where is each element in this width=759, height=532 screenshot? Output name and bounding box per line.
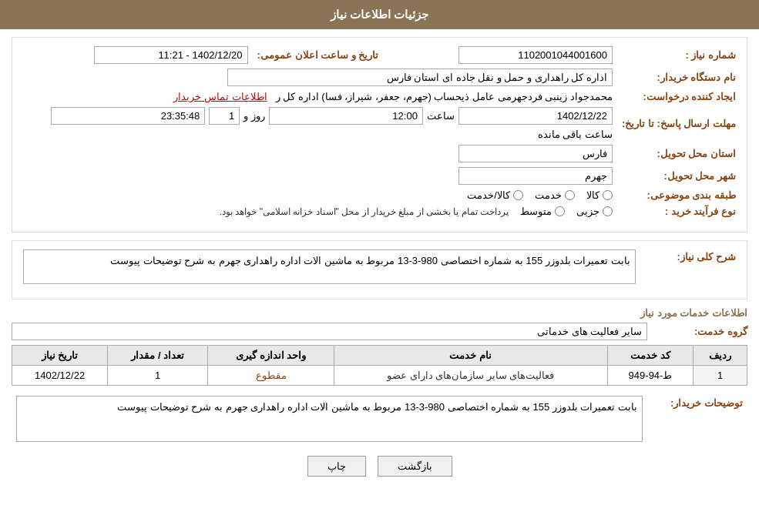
deadline-time-label: ساعت xyxy=(427,110,455,122)
cell-date: 1402/12/22 xyxy=(12,366,108,386)
info-row-2: نام دستگاه خریدار: اداره کل راهداری و حم… xyxy=(18,66,741,89)
contact-info-link[interactable]: اطلاعات تماس خریدار xyxy=(173,91,267,102)
info-row-6: شهر محل تحویل: جهرم xyxy=(18,165,741,187)
requester-label: نام دستگاه خریدار: xyxy=(617,66,741,89)
province-value: فارس xyxy=(458,145,613,162)
buyer-desc-label: توضیحات خریدار: xyxy=(647,393,747,444)
purchase-radio-jozei[interactable] xyxy=(603,206,613,216)
buyer-desc-text: بابت تعمیرات بلدوزر 155 به شماره اختصاصی… xyxy=(16,396,643,442)
deadline-date: 1402/12/22 xyxy=(458,107,613,125)
province-label: استان محل تحویل: xyxy=(617,142,741,165)
purchase-option-jozei[interactable]: جزیی xyxy=(576,206,613,217)
category-option1-label: کالا xyxy=(586,189,599,201)
deadline-row: 1402/12/22 ساعت 12:00 روز و 1 23:35:48 س… xyxy=(23,107,613,140)
city-label: شهر محل تحویل: xyxy=(617,165,741,187)
print-button[interactable]: چاپ xyxy=(307,456,366,477)
info-row-7: طبقه بندی موضوعی: کالا خدمت xyxy=(18,187,741,203)
col-header-row: ردیف xyxy=(694,346,747,366)
services-table-head: ردیف کد خدمت نام خدمت واحد اندازه گیری ت… xyxy=(12,346,747,366)
col-header-name: نام خدمت xyxy=(334,346,607,366)
deadline-days-label: روز و xyxy=(243,110,265,122)
deadline-days: 1 xyxy=(209,107,240,125)
cell-code: ط-94-949 xyxy=(607,366,694,386)
purchase-option2-label: متوسط xyxy=(520,206,552,217)
category-radio-khedmat[interactable] xyxy=(565,190,575,200)
category-option-khedmat[interactable]: خدمت xyxy=(535,189,575,201)
purchase-desc-text: پرداخت تمام یا بخشی از مبلغ خریدار از مح… xyxy=(220,206,509,217)
purchase-type-label: نوع فرآیند خرید : xyxy=(617,203,741,219)
col-header-unit: واحد اندازه گیری xyxy=(208,346,334,366)
category-radio-both[interactable] xyxy=(513,190,523,200)
need-desc-section: شرح کلی نیاز: بابت تعمیرات بلدوزر 155 به… xyxy=(12,240,747,299)
category-radio-kala[interactable] xyxy=(603,190,613,200)
services-header-row: ردیف کد خدمت نام خدمت واحد اندازه گیری ت… xyxy=(12,346,747,366)
need-desc-row: شرح کلی نیاز: بابت تعمیرات بلدوزر 155 به… xyxy=(18,247,741,286)
page-title: جزئیات اطلاعات نیاز xyxy=(331,8,428,21)
info-row-1: شماره نیاز : 1102001044001600 تاریخ و سا… xyxy=(18,44,741,66)
content-area: شماره نیاز : 1102001044001600 تاریخ و سا… xyxy=(0,29,759,496)
cell-row-num: 1 xyxy=(694,366,747,386)
category-option-kala[interactable]: کالا xyxy=(586,189,613,201)
buyer-desc-row: توضیحات خریدار: بابت تعمیرات بلدوزر 155 … xyxy=(12,393,747,444)
category-option3-label: کالا/خدمت xyxy=(467,189,510,201)
category-option2-label: خدمت xyxy=(535,189,562,201)
announce-date-label: تاریخ و ساعت اعلان عمومی: xyxy=(253,44,384,66)
col-header-date: تاریخ نیاز xyxy=(12,346,108,366)
deadline-time: 12:00 xyxy=(269,107,423,125)
info-row-8: نوع فرآیند خرید : جزیی متوسط پرداخت xyxy=(18,203,741,219)
services-section: اطلاعات خدمات مورد نیاز گروه خدمت: سایر … xyxy=(12,307,747,386)
purchase-type-radio-group: جزیی متوسط پرداخت تمام یا بخشی از مبلغ خ… xyxy=(23,206,613,217)
page-header: جزئیات اطلاعات نیاز xyxy=(0,0,759,29)
cell-name: فعالیت‌های سایر سازمان‌های دارای عضو xyxy=(334,366,607,386)
service-group-label: گروه خدمت: xyxy=(647,326,747,337)
need-desc-table: شرح کلی نیاز: بابت تعمیرات بلدوزر 155 به… xyxy=(18,247,741,286)
services-table: ردیف کد خدمت نام خدمت واحد اندازه گیری ت… xyxy=(12,345,747,386)
cell-quantity: 1 xyxy=(108,366,208,386)
need-number-label: شماره نیاز : xyxy=(617,44,741,66)
category-radio-group: کالا خدمت کالا/خدمت xyxy=(23,189,613,201)
col-header-qty: تعداد / مقدار xyxy=(108,346,208,366)
top-info-section: شماره نیاز : 1102001044001600 تاریخ و سا… xyxy=(12,37,747,233)
purchase-option1-label: جزیی xyxy=(576,206,599,217)
col-header-code: کد خدمت xyxy=(607,346,694,366)
purchase-radio-motavaset[interactable] xyxy=(555,206,565,216)
deadline-remaining-label: ساعت باقی مانده xyxy=(538,129,613,140)
creator-value: محمدجواد زینبی فردجهرمی عامل ذیحساب (جهر… xyxy=(276,91,613,102)
need-desc-label: شرح کلی نیاز: xyxy=(640,247,741,286)
deadline-remaining: 23:35:48 xyxy=(51,107,205,125)
service-group-row: گروه خدمت: سایر فعالیت های خدماتی xyxy=(12,323,747,340)
service-table-row: 1 ط-94-949 فعالیت‌های سایر سازمان‌های دا… xyxy=(12,366,747,386)
info-row-3: ایجاد کننده درخواست: محمدجواد زینبی فردج… xyxy=(18,89,741,105)
info-row-4: مهلت ارسال پاسخ: تا تاریخ: 1402/12/22 سا… xyxy=(18,105,741,142)
buyer-desc-table: توضیحات خریدار: بابت تعمیرات بلدوزر 155 … xyxy=(12,393,747,444)
response-deadline-label: مهلت ارسال پاسخ: تا تاریخ: xyxy=(617,105,741,142)
need-desc-text: بابت تعمیرات بلدوزر 155 به شماره اختصاصی… xyxy=(23,249,636,284)
announce-date-value: 1402/12/20 - 11:21 xyxy=(94,46,248,64)
main-info-table: شماره نیاز : 1102001044001600 تاریخ و سا… xyxy=(18,44,741,219)
page-container: جزئیات اطلاعات نیاز شماره نیاز : 1102001… xyxy=(0,0,759,532)
purchase-option-motavaset[interactable]: متوسط xyxy=(520,206,565,217)
city-value: جهرم xyxy=(458,167,613,185)
category-option-both[interactable]: کالا/خدمت xyxy=(467,189,523,201)
service-group-value: سایر فعالیت های خدماتی xyxy=(12,323,647,340)
footer-buttons: بازگشت چاپ xyxy=(12,456,747,477)
creator-label: ایجاد کننده درخواست: xyxy=(617,89,741,105)
services-table-body: 1 ط-94-949 فعالیت‌های سایر سازمان‌های دا… xyxy=(12,366,747,386)
cell-unit: مقطوع xyxy=(208,366,334,386)
info-row-5: استان محل تحویل: فارس xyxy=(18,142,741,165)
services-section-title: اطلاعات خدمات مورد نیاز xyxy=(12,307,747,319)
requester-value: اداره کل راهداری و حمل و نقل جاده ای است… xyxy=(227,69,613,86)
category-label: طبقه بندی موضوعی: xyxy=(617,187,741,203)
need-number-value: 1102001044001600 xyxy=(458,46,613,64)
buyer-desc-section: توضیحات خریدار: بابت تعمیرات بلدوزر 155 … xyxy=(12,393,747,444)
back-button[interactable]: بازگشت xyxy=(378,456,452,477)
